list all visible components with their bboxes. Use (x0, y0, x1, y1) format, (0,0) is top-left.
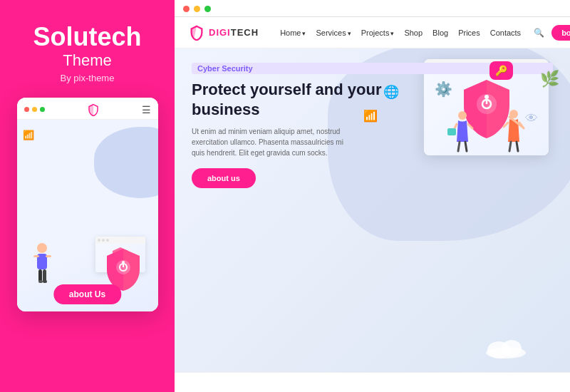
wifi-icon-mobile: 📶 (23, 130, 34, 140)
gear-icon: ⚙️ (435, 81, 452, 98)
nav-blog[interactable]: Blog (432, 29, 448, 37)
booked-button[interactable]: booked (551, 25, 570, 41)
brand-by: By pix-theme (61, 73, 115, 83)
svg-rect-9 (43, 280, 47, 283)
mini-dot-2 (102, 239, 105, 242)
mini-dot-1 (98, 239, 100, 242)
bottom-strip (175, 372, 570, 392)
wifi-icon-hero: 📶 (363, 109, 378, 123)
mobile-top-bar: ☰ (17, 98, 158, 120)
svg-point-2 (37, 243, 47, 253)
svg-point-17 (484, 95, 489, 99)
mobile-window-dots (24, 107, 45, 112)
search-icon[interactable]: 🔍 (534, 28, 544, 38)
cloud-icon (484, 337, 527, 361)
nav-contacts[interactable]: Contacts (490, 29, 521, 37)
svg-rect-8 (38, 280, 43, 283)
hero-description: Ut enim ad minim veniam aliquip amet, no… (192, 126, 348, 158)
mobile-hero-content: 📶 🔒 (17, 120, 158, 311)
mobile-dot-red (24, 107, 29, 112)
mini-dot-3 (106, 239, 109, 242)
mobile-dot-green (40, 107, 45, 112)
mobile-logo (87, 103, 100, 116)
right-panel: DIGITECH Home Services Projects Shop Blo… (175, 0, 570, 392)
mobile-dot-yellow (32, 107, 37, 112)
cloud-svg (484, 337, 527, 359)
browser-chrome (175, 0, 570, 17)
brand-subtitle: Theme (63, 51, 111, 70)
person-woman-mobile (30, 242, 55, 292)
mobile-blob (94, 127, 158, 198)
nav-projects[interactable]: Projects (361, 29, 395, 37)
browser-dot-red[interactable] (183, 6, 190, 12)
nav-services[interactable]: Services (316, 29, 351, 37)
about-us-button-desktop[interactable]: about us (192, 168, 256, 188)
nav-shop[interactable]: Shop (404, 29, 423, 37)
svg-rect-5 (46, 255, 51, 257)
browser-mini-bar (95, 237, 145, 244)
svg-point-13 (122, 261, 125, 264)
nav-logo-text: DIGITECH (209, 27, 259, 38)
svg-rect-23 (447, 128, 456, 135)
svg-rect-4 (33, 255, 39, 257)
leaves-icon: 🌿 (540, 70, 559, 88)
navbar: DIGITECH Home Services Projects Shop Blo… (175, 17, 570, 48)
nav-links: Home Services Projects Shop Blog Prices … (280, 28, 544, 38)
browser-dot-yellow[interactable] (194, 6, 200, 12)
globe-icon: 🌐 (383, 84, 399, 100)
hero-section: 🌐 ⚙️ 📶 👁 🌿 🔑 (175, 48, 570, 372)
svg-point-32 (502, 340, 522, 357)
hamburger-icon[interactable]: ☰ (142, 105, 151, 115)
browser-dot-green[interactable] (204, 6, 211, 12)
nav-home[interactable]: Home (280, 29, 306, 37)
eye-icon: 👁 (525, 111, 538, 126)
svg-line-22 (465, 142, 467, 151)
nav-logo: DIGITECH (189, 25, 259, 41)
hero-title: Protect yourself and your business (192, 80, 391, 119)
brand-title: Solutech (33, 23, 141, 51)
nav-prices[interactable]: Prices (458, 29, 480, 37)
key-icon: 🔑 (489, 61, 513, 80)
nav-shield-icon (189, 25, 204, 41)
svg-line-29 (517, 142, 518, 151)
svg-line-28 (509, 142, 511, 151)
svg-line-21 (458, 142, 460, 151)
svg-point-18 (458, 111, 467, 120)
left-panel: Solutech Theme By pix-theme ☰ 📶 (0, 0, 175, 392)
mobile-shield-icon (87, 103, 100, 116)
about-us-button-mobile[interactable]: about Us (53, 284, 121, 304)
mobile-mockup: ☰ 📶 🔒 (17, 98, 158, 311)
